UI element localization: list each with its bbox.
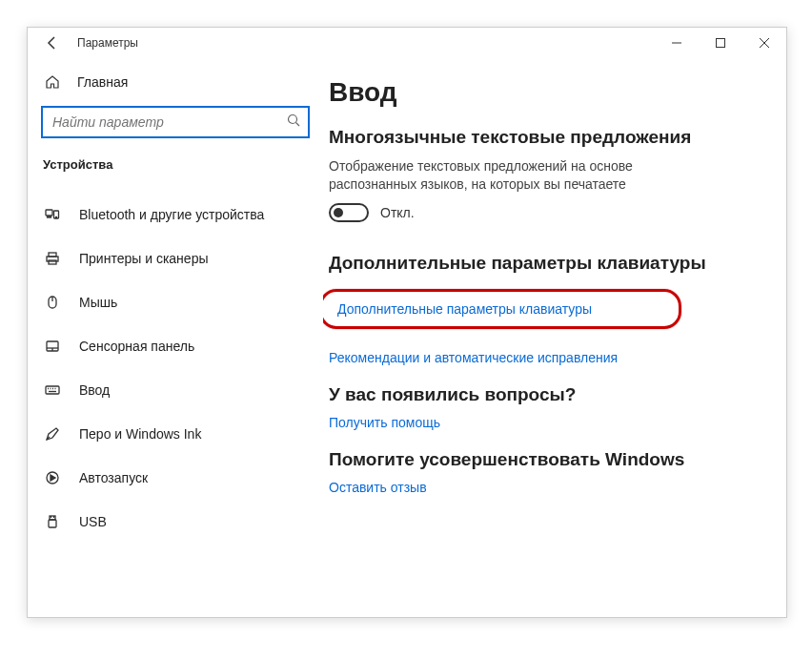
svg-rect-6 <box>46 210 52 216</box>
advanced-keyboard-link[interactable]: Дополнительные параметры клавиатуры <box>323 289 681 329</box>
window-body: Главная Устройства <box>28 58 786 617</box>
sidebar-item-bluetooth[interactable]: Bluetooth и другие устройства <box>28 193 323 237</box>
search-container <box>41 106 310 138</box>
content-area: Ввод Многоязычные текстовые предложения … <box>323 58 786 617</box>
search-box[interactable] <box>41 106 310 138</box>
multilingual-toggle[interactable] <box>329 203 369 222</box>
svg-rect-12 <box>49 260 56 264</box>
sidebar-item-printers[interactable]: Принтеры и сканеры <box>28 237 323 280</box>
search-icon <box>287 113 300 131</box>
sidebar-item-pen[interactable]: Перо и Windows Ink <box>28 412 323 456</box>
titlebar: Параметры <box>28 28 786 58</box>
svg-rect-29 <box>49 520 56 527</box>
suggestions-autocorrect-link[interactable]: Рекомендации и автоматические исправлени… <box>329 350 761 365</box>
sidebar-item-label: Ввод <box>79 382 110 398</box>
svg-point-4 <box>289 115 297 124</box>
minimize-icon <box>672 38 681 48</box>
sidebar-item-label: Перо и Windows Ink <box>79 426 201 442</box>
sidebar-item-label: Сенсорная панель <box>79 339 194 354</box>
sidebar-item-typing[interactable]: Ввод <box>28 368 323 412</box>
section-title: Многоязычные текстовые предложения <box>329 127 761 148</box>
arrow-left-icon <box>45 35 60 51</box>
window-controls <box>655 28 786 58</box>
section-title: У вас появились вопросы? <box>329 384 761 405</box>
maximize-icon <box>716 38 725 48</box>
sidebar-item-label: Мышь <box>79 295 117 310</box>
back-button[interactable] <box>33 28 71 58</box>
sidebar-item-autoplay[interactable]: Автозапуск <box>28 456 323 500</box>
advanced-keyboard-section: Дополнительные параметры клавиатуры Допо… <box>329 253 761 365</box>
get-help-link[interactable]: Получить помощь <box>329 415 761 430</box>
keyboard-icon <box>43 382 62 398</box>
sidebar-item-label: Автозапуск <box>79 470 148 485</box>
sidebar-section-label: Устройства <box>28 152 323 179</box>
touchpad-icon <box>43 339 62 354</box>
printer-icon <box>43 251 62 266</box>
maximize-button[interactable] <box>699 28 742 58</box>
usb-icon <box>43 514 62 529</box>
home-nav[interactable]: Главная <box>28 62 323 102</box>
toggle-state-label: Откл. <box>380 205 415 220</box>
settings-window: Параметры Главная <box>27 27 787 618</box>
sidebar-item-usb[interactable]: USB <box>28 500 323 544</box>
sidebar-item-label: Принтеры и сканеры <box>79 251 208 266</box>
svg-line-5 <box>296 123 300 127</box>
questions-section: У вас появились вопросы? Получить помощь <box>329 384 761 430</box>
sidebar: Главная Устройства <box>28 58 323 617</box>
svg-rect-18 <box>46 386 59 394</box>
svg-rect-7 <box>48 216 51 217</box>
devices-icon <box>43 207 62 222</box>
page-title: Ввод <box>329 77 761 108</box>
toggle-row: Откл. <box>329 203 761 222</box>
toggle-knob <box>334 208 343 217</box>
autoplay-icon <box>43 470 62 485</box>
section-description: Отображение текстовых предложений на осн… <box>329 157 700 194</box>
sidebar-item-mouse[interactable]: Мышь <box>28 280 323 324</box>
minimize-button[interactable] <box>655 28 699 58</box>
feedback-section: Помогите усовершенствовать Windows Остав… <box>329 449 761 495</box>
close-button[interactable] <box>742 28 786 58</box>
sidebar-item-label: USB <box>79 514 107 529</box>
sidebar-item-touchpad[interactable]: Сенсорная панель <box>28 324 323 368</box>
search-input[interactable] <box>52 114 287 130</box>
home-label: Главная <box>77 74 128 90</box>
pen-icon <box>43 426 62 442</box>
section-title: Помогите усовершенствовать Windows <box>329 449 761 470</box>
window-title: Параметры <box>77 36 138 50</box>
close-icon <box>760 38 769 48</box>
home-icon <box>43 74 62 90</box>
svg-point-9 <box>55 216 56 217</box>
give-feedback-link[interactable]: Оставить отзыв <box>329 480 761 495</box>
sidebar-item-label: Bluetooth и другие устройства <box>79 207 264 222</box>
nav-list: Bluetooth и другие устройства Принтеры и… <box>28 193 323 544</box>
mouse-icon <box>43 295 62 310</box>
section-title: Дополнительные параметры клавиатуры <box>329 253 761 274</box>
svg-rect-1 <box>717 39 725 48</box>
multilingual-section: Многоязычные текстовые предложения Отобр… <box>329 127 761 222</box>
